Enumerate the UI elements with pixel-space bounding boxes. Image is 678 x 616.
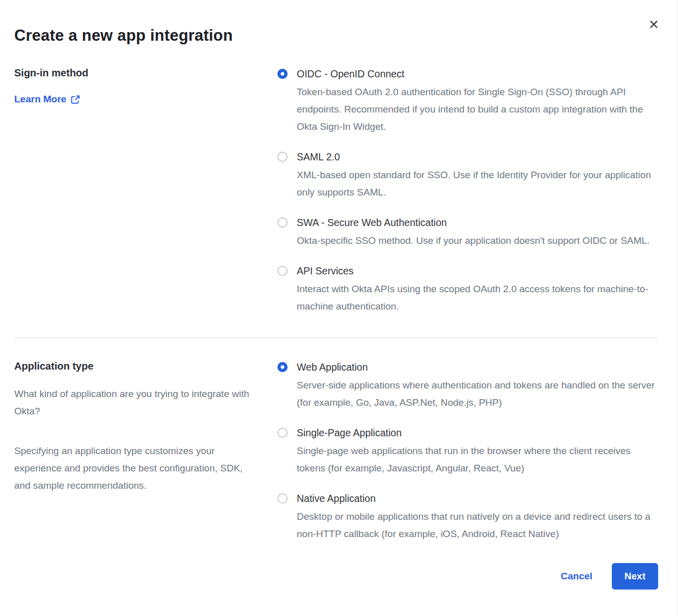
learn-more-link[interactable]: Learn More: [14, 94, 80, 105]
next-button[interactable]: Next: [612, 563, 658, 590]
radio-option-text: OIDC - OpenID Connect Token-based OAuth …: [297, 67, 658, 135]
radio-option[interactable]: Native Application Desktop or mobile app…: [277, 492, 658, 543]
signin-method-section: Sign-in method Learn More OIDC - OpenID …: [14, 67, 658, 315]
application-type-section: Application type What kind of applicatio…: [14, 360, 658, 543]
radio-option-label: Single-Page Application: [297, 426, 658, 439]
radio-option-label: SWA - Secure Web Authentication: [297, 216, 649, 229]
radio-option-label: API Services: [297, 264, 658, 277]
radio-option[interactable]: Web Application Server-side applications…: [277, 360, 658, 411]
radio-option-label: Web Application: [297, 360, 658, 374]
radio-option-description: Desktop or mobile applications that run …: [297, 508, 658, 543]
radio-button[interactable]: [277, 428, 288, 438]
dialog-title: Create a new app integration: [14, 26, 658, 45]
radio-button[interactable]: [277, 69, 288, 79]
radio-option-text: Native Application Desktop or mobile app…: [297, 492, 658, 543]
radio-option-description: XML-based open standard for SSO. Use if …: [297, 166, 658, 201]
learn-more-label: Learn More: [14, 94, 66, 105]
radio-option-description: Okta-specific SSO method. Use if your ap…: [297, 232, 649, 249]
radio-button[interactable]: [277, 217, 288, 228]
application-type-left-column: Application type What kind of applicatio…: [14, 360, 277, 543]
radio-button[interactable]: [277, 362, 288, 372]
cancel-button[interactable]: Cancel: [561, 571, 592, 582]
signin-method-heading: Sign-in method: [14, 67, 277, 79]
section-divider: [14, 338, 658, 338]
application-type-description-2: Specifying an application type customize…: [14, 442, 257, 494]
radio-option-description: Single-page web applications that run in…: [297, 442, 658, 477]
radio-option-text: SAML 2.0 XML-based open standard for SSO…: [297, 150, 658, 201]
radio-button[interactable]: [277, 152, 288, 162]
radio-button[interactable]: [277, 493, 288, 503]
signin-method-left-column: Sign-in method Learn More: [14, 67, 277, 315]
create-app-integration-dialog: ✕ Create a new app integration Sign-in m…: [0, 0, 678, 616]
dialog-footer: Cancel Next: [14, 563, 658, 590]
radio-option[interactable]: OIDC - OpenID Connect Token-based OAuth …: [277, 67, 658, 135]
radio-button[interactable]: [277, 266, 288, 276]
radio-option-text: Single-Page Application Single-page web …: [297, 426, 658, 477]
external-link-icon: [71, 95, 80, 104]
radio-option-label: OIDC - OpenID Connect: [297, 67, 658, 80]
radio-option[interactable]: API Services Interact with Okta APIs usi…: [277, 264, 658, 315]
radio-option[interactable]: SAML 2.0 XML-based open standard for SSO…: [277, 150, 658, 201]
radio-option-text: SWA - Secure Web Authentication Okta-spe…: [297, 216, 649, 249]
close-icon[interactable]: ✕: [648, 18, 659, 31]
radio-option-description: Server-side applications where authentic…: [297, 377, 658, 411]
radio-option[interactable]: Single-Page Application Single-page web …: [277, 426, 658, 477]
application-type-heading: Application type: [14, 360, 277, 372]
radio-option-text: Web Application Server-side applications…: [297, 360, 658, 411]
radio-option-description: Token-based OAuth 2.0 authentication for…: [297, 83, 658, 135]
radio-option-text: API Services Interact with Okta APIs usi…: [297, 264, 658, 315]
signin-method-options: OIDC - OpenID Connect Token-based OAuth …: [277, 67, 658, 315]
application-type-description-1: What kind of application are you trying …: [14, 385, 257, 420]
radio-option[interactable]: SWA - Secure Web Authentication Okta-spe…: [277, 216, 658, 249]
application-type-options: Web Application Server-side applications…: [277, 360, 658, 543]
radio-option-label: SAML 2.0: [297, 150, 658, 163]
radio-option-label: Native Application: [297, 492, 658, 505]
radio-option-description: Interact with Okta APIs using the scoped…: [297, 281, 658, 315]
